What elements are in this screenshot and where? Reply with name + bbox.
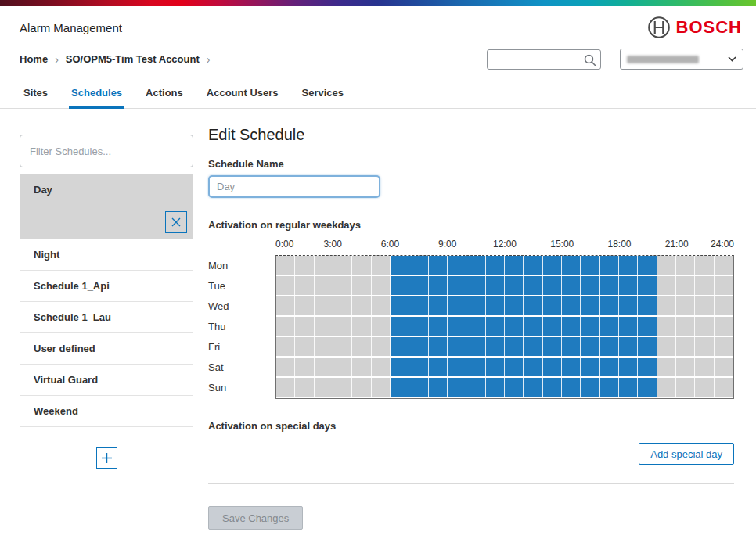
schedule-row-fri[interactable] <box>276 337 733 356</box>
hour-label: 21:00 <box>665 239 689 250</box>
schedule-name-input[interactable] <box>208 175 380 198</box>
plus-icon <box>101 452 113 464</box>
day-label: Wed <box>208 297 275 316</box>
hour-label: 15:00 <box>550 239 574 250</box>
breadcrumb-home[interactable]: Home <box>20 53 48 65</box>
app-header: Alarm Management BOSCH <box>0 6 756 44</box>
delete-schedule-button[interactable] <box>165 211 187 233</box>
hours-axis: 0:00 3:00 6:00 9:00 12:00 15:00 18:00 21… <box>275 239 734 251</box>
active-period <box>391 256 657 275</box>
schedule-item-schedule-1-api[interactable]: Schedule 1_Api <box>20 271 193 302</box>
tab-actions[interactable]: Actions <box>146 87 183 108</box>
hour-label: 6:00 <box>381 239 399 250</box>
active-period <box>391 276 657 295</box>
day-label: Sat <box>208 358 275 377</box>
page-title: Edit Schedule <box>208 126 734 144</box>
active-period <box>391 378 657 397</box>
edit-schedule-panel: Edit Schedule Schedule Name Activation o… <box>208 109 734 530</box>
schedule-item-schedule-1-lau[interactable]: Schedule 1_Lau <box>20 302 193 333</box>
schedule-list: Day Night Schedule 1_Api Schedule 1_Lau … <box>20 174 193 427</box>
chevron-right-icon: › <box>207 53 211 66</box>
schedule-name-label: Schedule Name <box>208 158 734 170</box>
bosch-logo: BOSCH <box>647 16 742 39</box>
tab-account-users[interactable]: Account Users <box>207 87 279 108</box>
content-area: Day Night Schedule 1_Api Schedule 1_Lau … <box>0 109 756 530</box>
schedule-grid: 0:00 3:00 6:00 9:00 12:00 15:00 18:00 21… <box>208 239 734 399</box>
schedule-row-wed[interactable] <box>276 296 733 315</box>
user-dropdown[interactable] <box>620 49 743 70</box>
day-label: Mon <box>208 257 275 275</box>
day-label: Fri <box>208 338 275 357</box>
breadcrumb-account[interactable]: SO/OPM5-Tim Test Account <box>66 53 200 65</box>
schedules-sidebar: Day Night Schedule 1_Api Schedule 1_Lau … <box>20 109 193 530</box>
bosch-logo-text: BOSCH <box>676 17 742 38</box>
schedule-grid-body <box>275 255 734 399</box>
toolbar-row: Home › SO/OPM5-Tim Test Account › <box>0 44 756 77</box>
hour-label: 24:00 <box>711 239 734 250</box>
schedule-item-weekend[interactable]: Weekend <box>20 396 193 427</box>
header-controls <box>487 49 743 70</box>
schedule-item-virtual-guard[interactable]: Virtual Guard <box>20 365 193 396</box>
day-label: Thu <box>208 318 275 336</box>
user-dropdown-redacted-label <box>627 56 699 63</box>
hour-label: 12:00 <box>493 239 517 250</box>
day-labels: Mon Tue Wed Thu Fri Sat Sun <box>208 255 275 399</box>
tab-sites[interactable]: Sites <box>23 87 48 108</box>
add-schedule-button[interactable] <box>96 447 117 469</box>
hour-label: 3:00 <box>324 239 342 250</box>
active-period <box>391 337 657 356</box>
search-box <box>487 49 601 70</box>
day-label: Tue <box>208 277 275 296</box>
schedule-item-day[interactable]: Day <box>20 174 193 239</box>
bosch-supergraphic <box>0 0 756 6</box>
filter-schedules-input[interactable] <box>20 135 193 167</box>
tab-services[interactable]: Services <box>302 87 344 108</box>
chevron-right-icon: › <box>55 53 59 66</box>
add-special-day-button[interactable]: Add special day <box>639 443 734 465</box>
schedule-row-tue[interactable] <box>276 276 733 295</box>
close-icon <box>171 217 182 228</box>
schedule-item-night[interactable]: Night <box>20 239 193 271</box>
day-label: Sun <box>208 379 275 397</box>
schedule-row-mon[interactable] <box>276 256 733 275</box>
search-input[interactable] <box>488 50 580 69</box>
active-period <box>391 296 657 315</box>
bosch-logo-icon <box>647 16 671 39</box>
tab-schedules[interactable]: Schedules <box>71 87 122 108</box>
schedule-item-label: Day <box>34 184 187 196</box>
schedule-row-thu[interactable] <box>276 317 733 336</box>
hour-label: 0:00 <box>275 239 293 250</box>
schedule-item-user-defined[interactable]: User defined <box>20 333 193 365</box>
active-period <box>391 358 657 376</box>
section-divider <box>208 483 734 484</box>
weekdays-section-label: Activation on regular weekdays <box>208 219 734 231</box>
schedule-row-sat[interactable] <box>276 358 733 376</box>
schedule-row-sun[interactable] <box>276 378 733 397</box>
search-icon[interactable] <box>583 53 597 67</box>
save-changes-button[interactable]: Save Changes <box>208 506 303 530</box>
active-period <box>391 317 657 336</box>
chevron-down-icon <box>728 56 736 62</box>
hour-label: 9:00 <box>438 239 456 250</box>
breadcrumb: Home › SO/OPM5-Tim Test Account › <box>20 53 217 66</box>
tab-bar: Sites Schedules Actions Account Users Se… <box>0 77 756 109</box>
special-days-section-label: Activation on special days <box>208 420 734 432</box>
app-title: Alarm Management <box>20 21 122 34</box>
hour-label: 18:00 <box>607 239 631 250</box>
